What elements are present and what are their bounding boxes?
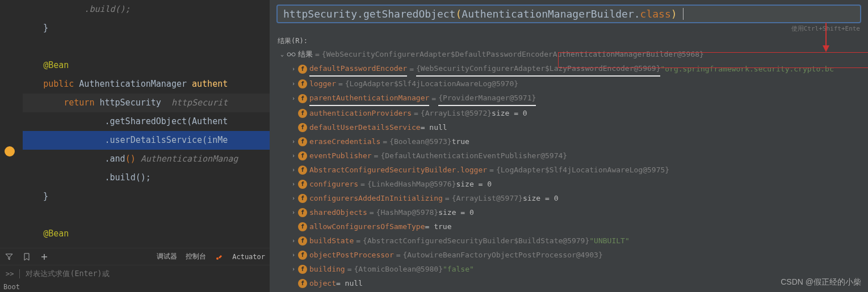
code-line: public AuthenticationManager authent (23, 75, 270, 94)
tree-node[interactable]: ›fparentAuthenticationManager = {Provide… (278, 91, 868, 106)
field-name: configurersAddedInInitializing (309, 191, 443, 205)
code-editor-pane: .build(); } @Bean public AuthenticationM… (0, 0, 270, 292)
field-value: {AtomicBoolean@5980} (354, 262, 443, 276)
tree-node[interactable]: ›fbuilding = {AtomicBoolean@5980} "false… (278, 262, 868, 276)
field-icon: f (298, 123, 307, 132)
intention-bulb-icon[interactable] (5, 146, 15, 156)
code-line: } (23, 19, 270, 37)
field-value: {LogAdapter$Slf4jLocationAwareLog@5975} (496, 163, 669, 177)
evaluate-expression-panel: httpSecurity.getSharedObject(Authenticat… (270, 0, 868, 292)
svg-point-3 (287, 53, 291, 56)
field-icon: f (298, 180, 307, 189)
code-line: .and() AuthenticationManag (23, 150, 270, 168)
tab-actuator[interactable]: Actuator (232, 253, 265, 261)
tree-node[interactable]: ›fsharedObjects = {HashMap@5978} size = … (278, 205, 868, 219)
field-name: defaultUserDetailsService (309, 120, 421, 134)
code-line: .build(); (23, 0, 270, 19)
tree-node[interactable]: ›fconfigurers = {LinkedHashMap@5976} siz… (278, 177, 868, 191)
expand-toggle[interactable]: › (289, 191, 298, 205)
tree-node[interactable]: ›feventPublisher = {DefaultAuthenticatio… (278, 149, 868, 163)
debug-toolbar: 调试器 控制台 Actuator (0, 248, 270, 265)
field-value: {LinkedHashMap@5976} (367, 177, 456, 191)
bookmark-icon[interactable] (22, 252, 31, 261)
tree-node[interactable]: ›flogger = {LogAdapter$Slf4jLocationAwar… (278, 77, 868, 91)
boot-label: Boot (0, 282, 270, 292)
field-name: parentAuthenticationManager (309, 91, 429, 106)
watermark: CSDN @假正经的小柴 (781, 277, 861, 287)
result-label: 结果(R): (270, 34, 868, 47)
field-icon: f (298, 79, 307, 88)
tab-debugger[interactable]: 调试器 (157, 252, 177, 261)
field-value: {WebSecurityConfigurerAdapter$LazyPasswo… (416, 61, 660, 77)
expression-input[interactable]: httpSecurity.getSharedObject(Authenticat… (276, 5, 861, 23)
field-icon: f (298, 137, 307, 146)
expand-toggle[interactable]: › (289, 177, 298, 191)
expand-toggle[interactable]: › (289, 163, 298, 177)
field-value: {LogAdapter$Slf4jLocationAwareLog@5970} (345, 77, 518, 91)
field-name: authenticationProviders (309, 106, 412, 120)
field-icon: f (298, 65, 307, 74)
field-value: {HashMap@5978} (376, 205, 439, 219)
field-icon: f (298, 166, 307, 175)
expand-toggle[interactable]: › (289, 77, 298, 91)
expand-toggle[interactable]: ⌄ (278, 47, 287, 61)
field-name: defaultPasswordEncoder (309, 61, 407, 77)
tree-node[interactable]: fallowConfigurersOfSameType = true (278, 219, 868, 234)
field-name: object (309, 276, 336, 290)
code-line-selected: .userDetailsService(inMe (23, 131, 270, 150)
tree-node[interactable]: ›fbuildState = {AbstractConfiguredSecuri… (278, 234, 868, 248)
code-line: @Bean (23, 56, 270, 75)
glasses-icon (287, 50, 296, 59)
field-icon: f (298, 265, 307, 274)
field-value: {WebSecurityConfigurerAdapter$DefaultPas… (322, 47, 704, 61)
code-line: return httpSecurity httpSecurit (23, 94, 270, 112)
expand-toggle[interactable]: › (289, 248, 298, 262)
field-icon: f (298, 194, 307, 203)
field-icon: f (298, 279, 307, 288)
code-line (23, 37, 270, 56)
shortcut-hint: 使用Ctrl+Shift+Ente (270, 23, 868, 34)
filter-icon[interactable] (5, 252, 14, 261)
expand-toggle[interactable]: › (289, 91, 298, 105)
expand-toggle[interactable]: › (289, 134, 298, 149)
tree-node[interactable]: ⌄结果 = {WebSecurityConfigurerAdapter$Defa… (278, 47, 868, 61)
field-value: {DefaultAuthenticationEventPublisher@597… (380, 149, 567, 163)
field-icon: f (298, 151, 307, 160)
field-name: objectPostProcessor (309, 248, 394, 262)
svg-marker-2 (823, 45, 829, 52)
field-name: eraseCredentials (309, 134, 380, 149)
tree-node[interactable]: ›fconfigurersAddedInInitializing = {Arra… (278, 191, 868, 205)
more-button[interactable]: >> (6, 270, 14, 278)
tree-node[interactable]: fobject = null (278, 276, 868, 290)
actuator-icon[interactable] (215, 252, 224, 261)
svg-point-4 (292, 53, 295, 56)
field-value: {ArrayList@5977} (452, 191, 523, 205)
expand-toggle[interactable]: › (289, 205, 298, 219)
add-icon[interactable] (40, 252, 49, 261)
field-value: {Boolean@5973} (389, 134, 452, 149)
expand-toggle[interactable]: › (289, 149, 298, 163)
tree-node[interactable]: ›fAbstractConfiguredSecurityBuilder.logg… (278, 163, 868, 177)
expand-toggle[interactable]: › (289, 62, 298, 76)
expand-toggle[interactable]: › (289, 262, 298, 276)
field-name: eventPublisher (309, 149, 372, 163)
field-value: = true (425, 219, 452, 234)
tree-node[interactable]: fdefaultUserDetailsService = null (278, 120, 868, 134)
field-value: {AbstractConfiguredSecurityBuilder$Build… (363, 234, 589, 248)
tree-node[interactable]: ›feraseCredentials = {Boolean@5973} true (278, 134, 868, 149)
tab-console[interactable]: 控制台 (186, 252, 206, 261)
code-editor[interactable]: .build(); } @Bean public AuthenticationM… (0, 0, 270, 248)
field-name: AbstractConfiguredSecurityBuilder.logger (309, 163, 487, 177)
tree-node[interactable]: fauthenticationProviders = {ArrayList@59… (278, 106, 868, 120)
field-value: {AutowireBeanFactoryObjectPostProcessor@… (403, 248, 603, 262)
field-icon: f (298, 222, 307, 231)
expand-toggle[interactable]: › (289, 234, 298, 248)
field-name: buildState (309, 234, 354, 248)
tree-node[interactable]: ›fdefaultPasswordEncoder = {WebSecurityC… (278, 61, 868, 77)
evaluate-inline-input[interactable] (26, 269, 264, 278)
field-name: allowConfigurersOfSameType (309, 219, 425, 234)
result-tree[interactable]: ⌄结果 = {WebSecurityConfigurerAdapter$Defa… (270, 47, 868, 292)
field-value: = null (336, 276, 363, 290)
tree-node[interactable]: ›fobjectPostProcessor = {AutowireBeanFac… (278, 248, 868, 262)
code-line (23, 206, 270, 225)
